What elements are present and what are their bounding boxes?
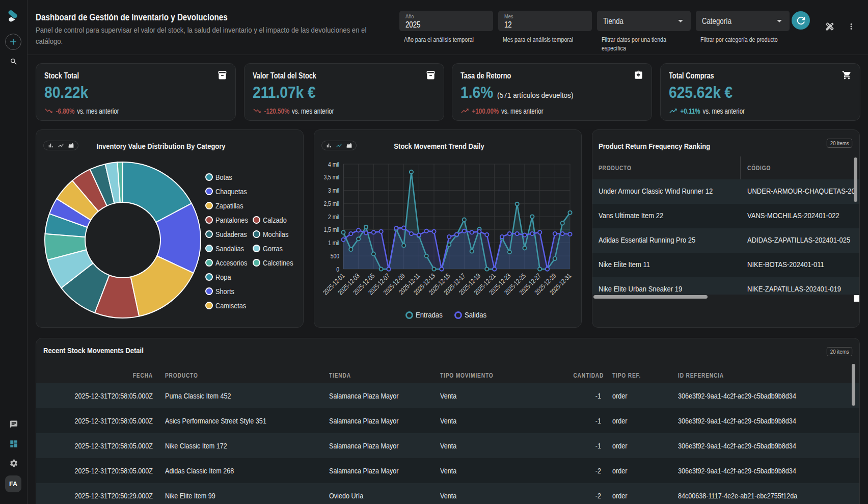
legend-item-chaquetas[interactable]: Chaquetas xyxy=(205,187,253,196)
year-field[interactable]: Año 2025 xyxy=(399,11,493,31)
more-menu-button[interactable] xyxy=(847,22,856,31)
point-entradas-2025-12-09[interactable] xyxy=(402,244,405,247)
store-select[interactable]: Tienda xyxy=(597,11,691,31)
movement-row[interactable]: 2025-12-31T20:58:05.000ZNike Classic Ite… xyxy=(36,433,860,458)
legend-item-botas[interactable]: Botas xyxy=(205,173,253,181)
legend-item-shorts[interactable]: Shorts xyxy=(205,287,253,296)
legend-item-zapatillas[interactable]: Zapatillas xyxy=(205,201,253,210)
point-entradas-2025-12-18[interactable] xyxy=(470,249,474,253)
legend-swatch xyxy=(205,287,213,295)
point-entradas-2025-12-20[interactable] xyxy=(485,267,489,271)
legend-item-sandalias[interactable]: Sandalias xyxy=(205,244,253,253)
point-entradas-2025-12-24[interactable] xyxy=(516,202,519,206)
vertical-scrollbar[interactable] xyxy=(854,157,857,202)
month-field[interactable]: Mes 12 xyxy=(498,11,592,31)
point-salidas-2025-12-04[interactable] xyxy=(364,231,368,234)
ranking-row[interactable]: Vans Ultimate Item 22VANS-MOCHILAS-20240… xyxy=(592,204,859,228)
movement-row[interactable]: 2025-12-31T20:58:05.000ZAsics Performanc… xyxy=(36,408,860,433)
legend-item-calcetines[interactable]: Calcetines xyxy=(253,258,300,267)
point-salidas-2025-12-06[interactable] xyxy=(379,230,383,233)
point-salidas-2025-12-21[interactable] xyxy=(493,267,496,271)
point-salidas-2025-12-09[interactable] xyxy=(402,226,405,230)
legend-item-pantalones[interactable]: Pantalones xyxy=(205,216,253,224)
add-button[interactable] xyxy=(5,34,21,50)
point-salidas-2025-12-05[interactable] xyxy=(372,230,375,234)
legend-item-gorras[interactable]: Gorras xyxy=(253,244,300,253)
point-entradas-2025-12-01[interactable] xyxy=(341,230,345,234)
point-entradas-2025-12-27[interactable] xyxy=(538,267,541,271)
point-salidas-2025-12-11[interactable] xyxy=(417,233,421,236)
point-entradas-2025-12-23[interactable] xyxy=(508,250,511,254)
point-salidas-2025-12-20[interactable] xyxy=(485,233,489,236)
point-entradas-2025-12-26[interactable] xyxy=(530,215,534,218)
point-salidas-2025-12-01[interactable] xyxy=(341,238,345,242)
point-entradas-2025-12-04[interactable] xyxy=(364,225,368,229)
ranking-row[interactable]: Nike Elite Urban Sneaker 19NIKE-ZAPATILL… xyxy=(592,277,859,295)
point-salidas-2025-12-10[interactable] xyxy=(410,232,413,235)
point-salidas-2025-12-29[interactable] xyxy=(553,232,557,235)
point-salidas-2025-12-02[interactable] xyxy=(349,232,352,235)
ranking-row[interactable]: Under Armour Classic Wind Runner 12UNDER… xyxy=(592,179,859,204)
legend-item-mochilas[interactable]: Mochilas xyxy=(253,230,300,238)
point-salidas-2025-12-22[interactable] xyxy=(500,235,504,238)
legend-item-ropa[interactable]: Ropa xyxy=(205,273,253,281)
category-select[interactable]: Categoría xyxy=(696,11,790,31)
point-salidas-2025-12-12[interactable] xyxy=(425,229,428,233)
point-salidas-2025-12-15[interactable] xyxy=(447,235,451,238)
point-entradas-2025-12-10[interactable] xyxy=(410,170,413,174)
line-chart[interactable]: 05001 mil1,5 mil2 mil2,5 mil3 mil3,5 mil… xyxy=(314,130,582,328)
chat-icon[interactable] xyxy=(9,420,18,429)
kpi-trend: +0.11%vs. mes anterior xyxy=(669,107,762,115)
point-entradas-2025-12-06[interactable] xyxy=(379,267,383,271)
refresh-button[interactable] xyxy=(792,11,810,30)
point-salidas-2025-12-23[interactable] xyxy=(508,232,511,235)
point-salidas-2025-12-24[interactable] xyxy=(516,232,519,235)
vertical-scrollbar[interactable] xyxy=(852,364,855,406)
point-entradas-2025-12-25[interactable] xyxy=(523,246,526,250)
movement-row[interactable]: 2025-12-31T20:50:29.000ZNike Elite Item … xyxy=(36,483,860,504)
legend-item-camisetas[interactable]: Camisetas xyxy=(205,301,253,310)
point-entradas-2025-12-31[interactable] xyxy=(568,211,572,215)
dashboard-page: { "app": { "title": "Dashboard de Gestió… xyxy=(0,0,868,504)
point-entradas-2025-12-15[interactable] xyxy=(447,243,451,247)
legend-item-salidas[interactable]: Salidas xyxy=(454,310,491,320)
dashboard-icon[interactable] xyxy=(9,439,18,448)
legend-item-calzado[interactable]: Calzado xyxy=(253,216,300,224)
point-salidas-2025-12-28[interactable] xyxy=(546,267,549,271)
point-entradas-2025-12-12[interactable] xyxy=(425,254,428,258)
point-salidas-2025-12-03[interactable] xyxy=(357,228,360,232)
point-salidas-2025-12-25[interactable] xyxy=(523,233,526,236)
gear-icon[interactable] xyxy=(9,459,18,468)
ranking-row[interactable]: Adidas Essential Running Pro 25ADIDAS-ZA… xyxy=(592,228,859,253)
horizontal-scrollbar[interactable] xyxy=(593,295,708,299)
point-salidas-2025-12-30[interactable] xyxy=(561,232,564,235)
point-salidas-2025-12-31[interactable] xyxy=(568,232,572,236)
point-entradas-2025-12-02[interactable] xyxy=(349,248,352,251)
app-logo-icon[interactable] xyxy=(7,10,18,22)
point-salidas-2025-12-14[interactable] xyxy=(440,267,443,271)
search-icon[interactable] xyxy=(10,58,18,66)
point-entradas-2025-12-13[interactable] xyxy=(432,267,436,271)
point-salidas-2025-12-08[interactable] xyxy=(394,226,398,230)
point-entradas-2025-12-03[interactable] xyxy=(357,237,360,241)
design-services-button[interactable] xyxy=(825,21,835,32)
point-salidas-2025-12-13[interactable] xyxy=(432,230,436,233)
point-entradas-2025-12-30[interactable] xyxy=(561,221,564,225)
point-salidas-2025-12-17[interactable] xyxy=(463,229,466,233)
point-entradas-2025-12-05[interactable] xyxy=(372,252,375,256)
ranking-row[interactable]: Nike Elite Item 11NIKE-BOTAS-202401-011 xyxy=(592,253,859,277)
legend-item-entradas[interactable]: Entradas xyxy=(405,310,447,320)
legend-item-sudaderas[interactable]: Sudaderas xyxy=(205,230,253,238)
movement-row[interactable]: 2025-12-31T20:58:05.000ZAdidas Classic I… xyxy=(36,458,860,483)
point-salidas-2025-12-26[interactable] xyxy=(530,232,534,235)
point-salidas-2025-12-27[interactable] xyxy=(538,230,541,234)
point-salidas-2025-12-18[interactable] xyxy=(470,230,474,234)
point-entradas-2025-12-17[interactable] xyxy=(463,218,466,222)
point-salidas-2025-12-16[interactable] xyxy=(455,232,458,236)
movement-row[interactable]: 2025-12-31T20:58:05.000ZPuma Classic Ite… xyxy=(36,383,860,408)
point-entradas-2025-12-29[interactable] xyxy=(553,257,557,260)
point-salidas-2025-12-19[interactable] xyxy=(477,230,481,233)
point-salidas-2025-12-07[interactable] xyxy=(387,267,390,271)
user-avatar[interactable]: FA xyxy=(5,475,21,492)
legend-item-accesorios[interactable]: Accesorios xyxy=(205,258,253,267)
